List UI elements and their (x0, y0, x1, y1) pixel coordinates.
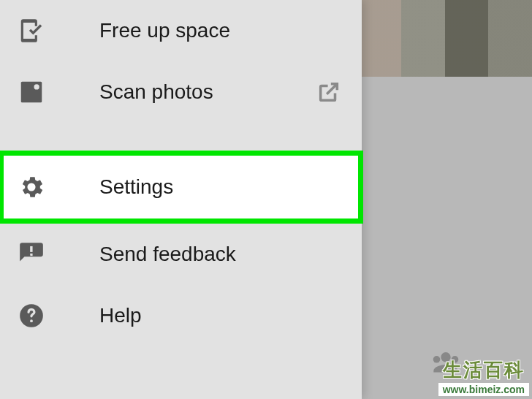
menu-item-free-up-space[interactable]: Free up space (0, 0, 362, 61)
svg-rect-5 (30, 246, 32, 252)
navigation-drawer: Free up space Scan photos Settings (0, 0, 362, 399)
phone-check-icon (18, 17, 45, 45)
watermark: 生活百科 www.bimeiz.com (438, 357, 529, 396)
menu-label: Scan photos (99, 80, 213, 104)
external-link-icon (316, 80, 341, 104)
photo-scan-icon (18, 78, 45, 106)
menu-label: Send feedback (99, 243, 236, 266)
menu-item-settings[interactable]: Settings (0, 151, 363, 224)
menu-divider-spacer (0, 123, 362, 151)
menu-item-send-feedback[interactable]: Send feedback (0, 224, 362, 285)
svg-rect-3 (21, 82, 42, 103)
svg-rect-6 (30, 254, 32, 256)
menu-item-scan-photos[interactable]: Scan photos (0, 61, 362, 123)
settings-gear-icon (18, 173, 45, 201)
menu-label: Help (99, 304, 142, 327)
watermark-url: www.bimeiz.com (438, 383, 529, 396)
svg-point-4 (34, 84, 39, 89)
feedback-bubble-icon (18, 240, 45, 268)
background-photo-preview (358, 0, 532, 77)
svg-point-8 (30, 319, 33, 322)
help-circle-icon (18, 302, 45, 330)
watermark-text: 生活百科 (443, 357, 525, 383)
menu-label: Free up space (99, 19, 230, 42)
menu-label: Settings (99, 175, 173, 199)
menu-item-help[interactable]: Help (0, 285, 362, 346)
